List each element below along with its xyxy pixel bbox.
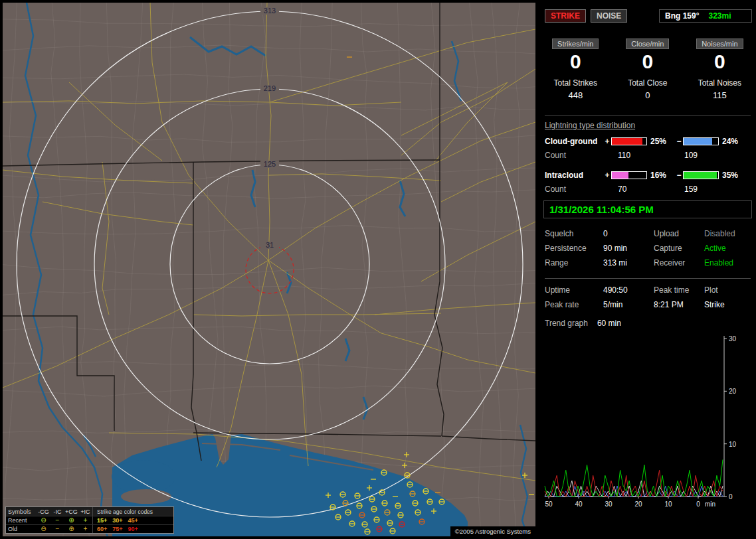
minus-sign: − [675,137,683,146]
minus-sign: − [675,171,683,180]
close-per-min-value: 0 [612,50,684,73]
plus-sign: + [603,137,611,146]
cg-minus-pct: 24% [719,137,747,146]
noises-per-min-panel: Noises/min 0 Total Noises 115 [684,38,756,100]
plus-icon: + [78,517,92,524]
age-60: 60+ [97,526,107,532]
ic-minus-bar [683,171,719,179]
y-tick-label: 30 [729,335,737,343]
alarm-bar: STRIKE NOISE Bng 159° 323mi [545,9,752,23]
trend-graph-header: Trend graph 60 min [545,319,756,328]
cloud-ground-row: Cloud-ground + 25% − 24% [545,137,756,146]
cloud-ground-label: Cloud-ground [545,137,603,146]
copyright-text: ©2005 Astrogenic Systems [450,526,535,536]
receiver-status: Enabled [704,258,756,268]
x-tick-label: 10 [664,501,672,508]
legend-age-header: Strike age color codes [92,507,173,516]
intracloud-label: Intracloud [545,171,603,180]
range-ring-label: 313 [264,7,276,15]
ic-plus-bar-fill [612,172,628,179]
legend-col-neg-cg: -CG [37,508,50,515]
ic-count-label: Count [545,185,618,194]
capture-status: Active [704,244,756,253]
ic-minus-count: 159 [684,185,698,194]
x-tick-label: 0 [696,501,700,508]
total-close-value: 0 [612,90,684,100]
bearing-panel: Bng 159° 323mi [659,9,752,23]
upload-label: Upload [654,229,704,238]
ic-minus-bar-fill [684,172,717,179]
capture-label: Capture [654,244,704,253]
uptime-value: 490:50 [603,285,654,295]
age-15: 15+ [97,517,107,524]
bearing-label: Bng 159° [665,11,699,21]
receiver-label: Receiver [654,258,704,268]
plot-value: Strike [704,300,756,309]
plus-icon: + [78,526,92,532]
status-sidebar: STRIKE NOISE Bng 159° 323mi Strikes/min … [539,0,756,539]
trend-graph-label: Trend graph [545,319,588,328]
noises-per-min-value: 0 [684,50,756,73]
x-tick-label: 40 [575,501,583,508]
strikes-per-min-panel: Strikes/min 0 Total Strikes 448 [539,38,612,100]
map-canvas[interactable]: 31321912531 Symbols -CG -IC +CG +IC Stri… [3,3,535,536]
peak-rate-label: Peak rate [545,300,603,309]
total-strikes-value: 448 [539,90,612,100]
legend-row-old-label: Old [6,526,37,532]
ic-plus-count: 70 [618,185,684,194]
legend-row-recent-label: Recent [6,517,37,524]
minus-icon: − [50,526,64,532]
trend-graph-window: 60 min [597,319,621,328]
legend-col-pos-cg: +CG [64,508,78,515]
cg-plus-count: 110 [618,151,684,160]
map-symbol-legend: Symbols -CG -IC +CG +IC Strike age color… [5,506,174,534]
x-tick-label: 50 [545,501,553,508]
age-75: 75+ [112,526,122,532]
age-30: 30+ [112,517,122,524]
total-noises-label: Total Noises [684,78,756,88]
intracloud-row: Intracloud + 16% − 35% [545,171,756,180]
cg-plus-bar [611,137,647,145]
rate-panels: Strikes/min 0 Total Strikes 448 Close/mi… [539,38,756,100]
ic-count-row: Count 70 159 [545,185,756,194]
total-close-label: Total Close [612,78,684,88]
total-noises-value: 115 [684,90,756,100]
range-value: 313 mi [603,258,654,268]
trend-graph-chart: 010203050403020100min [543,333,752,510]
peak-time-label: Peak time [654,285,704,295]
legend-symbols-header: Symbols [6,508,37,515]
circle-minus-icon: ⊖ [37,517,50,524]
status-grid: Squelch 0 Upload Disabled Persistence 90… [545,229,756,268]
ic-plus-pct: 16% [647,171,675,180]
uptime-label: Uptime [545,285,603,295]
strike-alarm-button[interactable]: STRIKE [545,9,586,23]
noises-per-min-button[interactable]: Noises/min [696,38,743,49]
datetime-display: 1/31/2026 11:04:56 PM [543,200,752,218]
upload-status: Disabled [704,229,756,238]
close-per-min-button[interactable]: Close/min [626,38,669,49]
circle-plus-icon: ⊕ [64,526,78,532]
squelch-label: Squelch [545,229,603,238]
minus-icon: − [50,517,64,524]
age-90: 90+ [128,526,138,532]
legend-col-pos-ic: +IC [78,508,92,515]
squelch-value: 0 [603,229,654,238]
x-axis-unit: min [705,501,715,508]
total-strikes-label: Total Strikes [539,78,612,88]
range-ring-label: 219 [264,84,276,92]
circle-plus-icon: ⊕ [64,517,78,524]
strikes-per-min-value: 0 [539,50,612,73]
age-45: 45+ [128,517,138,524]
uptime-grid: Uptime 490:50 Peak time Plot Peak rate 5… [545,285,756,309]
x-tick-label: 20 [634,501,642,508]
y-tick-label: 0 [729,493,733,501]
cg-plus-pct: 25% [647,137,675,146]
cg-minus-count: 109 [684,151,698,160]
peak-time-value: 8:21 PM [654,300,704,309]
bearing-range-value: 323mi [708,11,731,21]
close-per-min-panel: Close/min 0 Total Close 0 [612,38,684,100]
range-ring-label: 31 [266,241,274,249]
strikes-per-min-button[interactable]: Strikes/min [552,38,599,49]
app-window: 31321912531 Symbols -CG -IC +CG +IC Stri… [0,0,756,539]
noise-alarm-button[interactable]: NOISE [591,9,627,23]
